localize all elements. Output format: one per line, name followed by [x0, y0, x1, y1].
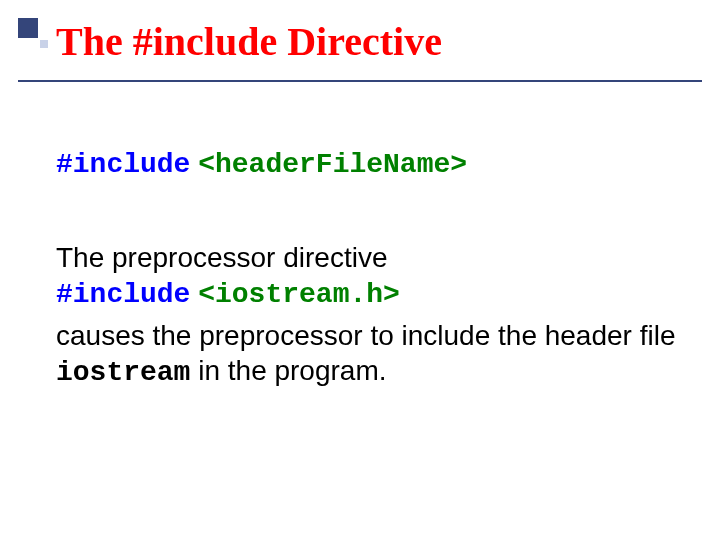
slide-body: #include <headerFileName> The preprocess… [56, 145, 680, 390]
title-underline [18, 80, 702, 82]
deco-square-large [18, 18, 38, 38]
syntax-line: #include <headerFileName> [56, 145, 680, 182]
body-line-1: The preprocessor directive [56, 240, 680, 275]
example-line: #include <iostream.h> [56, 275, 680, 312]
example-argument: <iostream.h> [198, 279, 400, 310]
syntax-argument: <headerFileName> [198, 149, 467, 180]
body-text-2b: in the program. [190, 355, 386, 386]
slide: The #include Directive #include <headerF… [0, 0, 720, 540]
deco-square-small [40, 40, 48, 48]
slide-title: The #include Directive [56, 18, 442, 65]
syntax-keyword: #include [56, 149, 190, 180]
body-text-2a: causes the preprocessor to include the h… [56, 320, 676, 351]
example-keyword: #include [56, 279, 190, 310]
body-line-2: causes the preprocessor to include the h… [56, 318, 680, 390]
inline-code-iostream: iostream [56, 357, 190, 388]
